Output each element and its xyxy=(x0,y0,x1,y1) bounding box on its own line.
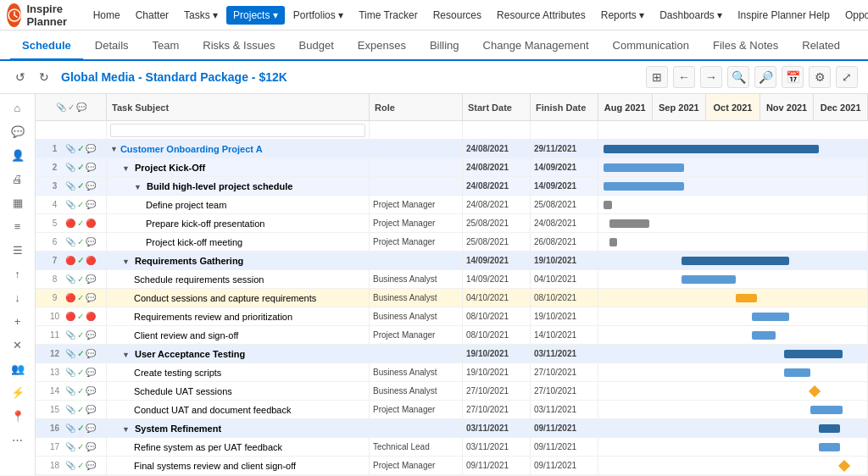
arrow-left-icon[interactable]: ← xyxy=(673,66,695,88)
pin-icon-6[interactable]: 📎 xyxy=(65,237,75,246)
tab-risks[interactable]: Risks & Issues xyxy=(191,32,287,60)
pin-icon-13[interactable]: 📎 xyxy=(65,368,75,377)
warn-icon-9[interactable]: 🔴 xyxy=(65,293,75,302)
check-icon-5[interactable]: ✓ xyxy=(77,219,84,228)
nav-home[interactable]: Home xyxy=(86,6,127,25)
table-row[interactable]: 6 📎 ✓ 💬 Project kick-off meeting Project… xyxy=(36,233,868,252)
check-icon-13[interactable]: ✓ xyxy=(77,368,84,377)
nav-time-tracker[interactable]: Time Tracker xyxy=(352,6,425,25)
tab-team[interactable]: Team xyxy=(141,32,192,60)
nav-resource-attributes[interactable]: Resource Attributes xyxy=(490,6,593,25)
sidebar-grid-icon[interactable]: ▦ xyxy=(5,192,31,213)
chat-icon-16[interactable]: 💬 xyxy=(86,423,96,433)
tab-communication[interactable]: Communication xyxy=(601,32,701,60)
tab-files-notes[interactable]: Files & Notes xyxy=(701,32,790,60)
refresh-forward-icon[interactable]: ↻ xyxy=(34,67,54,87)
nav-portfolios[interactable]: Portfolios ▾ xyxy=(287,6,350,25)
table-row[interactable]: 10 🔴 ✓ 🔴 Requirements review and priorit… xyxy=(36,307,868,326)
settings-icon[interactable]: ⚙ xyxy=(809,66,831,88)
table-row[interactable]: 3 📎 ✓ 💬 ▼ Build high-level project sched… xyxy=(36,177,868,196)
pin-icon-14[interactable]: 📎 xyxy=(65,386,75,396)
check-icon-10[interactable]: ✓ xyxy=(77,312,84,321)
nav-reports[interactable]: Reports ▾ xyxy=(594,6,651,25)
check-icon-4[interactable]: ✓ xyxy=(77,200,84,209)
sidebar-down-icon[interactable]: ↓ xyxy=(5,287,31,307)
chat-icon-18[interactable]: 💬 xyxy=(86,461,96,470)
nav-resources[interactable]: Resources xyxy=(426,6,488,25)
table-row[interactable]: 4 📎 ✓ 💬 Define project team Project Mana… xyxy=(36,196,868,214)
check-icon-7[interactable]: ✓ xyxy=(77,256,84,265)
calendar-icon[interactable]: 📅 xyxy=(782,66,804,88)
check-icon-12[interactable]: ✓ xyxy=(77,349,84,358)
pin-icon-3[interactable]: 📎 xyxy=(65,181,75,191)
sidebar-up-icon[interactable]: ↑ xyxy=(5,263,31,284)
chat-icon-4[interactable]: 💬 xyxy=(86,200,96,209)
refresh-back-icon[interactable]: ↺ xyxy=(10,67,31,87)
table-icon[interactable]: ⊞ xyxy=(646,66,668,88)
pin-icon-2[interactable]: 📎 xyxy=(65,163,75,172)
warn-icon-10[interactable]: 🔴 xyxy=(65,312,75,321)
table-row[interactable]: 7 🔴 ✓ 🔴 ▼ Requirements Gathering 14/09/2… xyxy=(36,252,868,270)
task-search-input[interactable] xyxy=(110,124,365,137)
sidebar-list-icon[interactable]: ≡ xyxy=(5,216,31,236)
check-icon-14[interactable]: ✓ xyxy=(77,386,84,396)
nav-chatter[interactable]: Chatter xyxy=(129,6,175,25)
warn2-icon-5[interactable]: 🔴 xyxy=(86,219,96,228)
chat-icon-13[interactable]: 💬 xyxy=(86,368,96,377)
sidebar-person-icon[interactable]: 👤 xyxy=(5,145,31,165)
chat-icon-2[interactable]: 💬 xyxy=(86,163,96,172)
zoom-out-icon[interactable]: 🔍 xyxy=(727,66,749,88)
table-row[interactable]: 5 🔴 ✓ 🔴 Prepare kick-off presentation Pr… xyxy=(36,214,868,233)
pin-icon-18[interactable]: 📎 xyxy=(65,461,75,470)
sidebar-print-icon[interactable]: 🖨 xyxy=(5,169,31,189)
check-icon-2[interactable]: ✓ xyxy=(77,163,84,172)
chat-icon-9[interactable]: 💬 xyxy=(86,293,96,302)
chat-icon-6[interactable]: 💬 xyxy=(86,237,96,246)
pin-icon-4[interactable]: 📎 xyxy=(65,200,75,209)
sidebar-home-icon[interactable]: ⌂ xyxy=(5,97,31,118)
check-icon-16[interactable]: ✓ xyxy=(77,423,84,433)
tab-schedule[interactable]: Schedule xyxy=(10,32,83,60)
tab-billing[interactable]: Billing xyxy=(418,32,471,60)
nav-help[interactable]: Inspire Planner Help xyxy=(731,6,837,25)
table-row[interactable]: 9 🔴 ✓ 💬 Conduct sessions and capture req… xyxy=(36,289,868,307)
sidebar-bolt-icon[interactable]: ⚡ xyxy=(5,382,31,402)
check-icon-15[interactable]: ✓ xyxy=(77,405,84,414)
chat-icon-15[interactable]: 💬 xyxy=(86,405,96,414)
sidebar-close-icon[interactable]: ✕ xyxy=(5,335,31,355)
chat-icon-3[interactable]: 💬 xyxy=(86,181,96,191)
pin-icon-8[interactable]: 📎 xyxy=(65,274,75,284)
sidebar-list2-icon[interactable]: ☰ xyxy=(5,240,31,260)
nav-opportunities[interactable]: Opportunities ▾ xyxy=(838,6,868,25)
sidebar-dots-icon[interactable]: ⋯ xyxy=(5,429,31,450)
check-icon-8[interactable]: ✓ xyxy=(77,274,84,284)
table-row[interactable]: 17 📎 ✓ 💬 Refine system as per UAT feedba… xyxy=(36,438,868,457)
warn2-icon-10[interactable]: 🔴 xyxy=(86,312,96,321)
chat-icon-8[interactable]: 💬 xyxy=(86,274,96,284)
pin-icon-17[interactable]: 📎 xyxy=(65,442,75,451)
chat-icon-1[interactable]: 💬 xyxy=(86,144,96,153)
warn2-icon-7[interactable]: 🔴 xyxy=(86,256,96,265)
sidebar-chat-icon[interactable]: 💬 xyxy=(5,121,31,141)
pin-icon-15[interactable]: 📎 xyxy=(65,405,75,414)
table-row[interactable]: 13 📎 ✓ 💬 Create testing scripts Business… xyxy=(36,363,868,382)
tab-expenses[interactable]: Expenses xyxy=(346,32,418,60)
sidebar-add-icon[interactable]: + xyxy=(5,311,31,331)
zoom-in-icon[interactable]: 🔎 xyxy=(754,66,776,88)
table-row[interactable]: 2 📎 ✓ 💬 ▼ Project Kick-Off 24/08/2021 14… xyxy=(36,158,868,177)
check-icon-3[interactable]: ✓ xyxy=(77,181,84,191)
pin-icon-16[interactable]: 📎 xyxy=(65,423,75,433)
pin-icon-1[interactable]: 📎 xyxy=(65,144,75,153)
nav-tasks[interactable]: Tasks ▾ xyxy=(177,6,225,25)
table-row[interactable]: 16 📎 ✓ 💬 ▼ System Refinement 03/11/2021 … xyxy=(36,419,868,438)
pin-icon-11[interactable]: 📎 xyxy=(65,330,75,340)
tab-budget[interactable]: Budget xyxy=(287,32,346,60)
chat-icon-11[interactable]: 💬 xyxy=(86,330,96,340)
table-row[interactable]: 15 📎 ✓ 💬 Conduct UAT and document feedba… xyxy=(36,401,868,419)
check-icon-6[interactable]: ✓ xyxy=(77,237,84,246)
check-icon-9[interactable]: ✓ xyxy=(77,293,84,302)
expand-icon[interactable]: ⤢ xyxy=(836,66,858,88)
chat-icon-12[interactable]: 💬 xyxy=(86,349,96,358)
table-row[interactable]: 11 📎 ✓ 💬 Client review and sign-off Proj… xyxy=(36,326,868,345)
table-row[interactable]: 1 📎 ✓ 💬 ▼ Customer Onboarding Project A … xyxy=(36,140,868,158)
